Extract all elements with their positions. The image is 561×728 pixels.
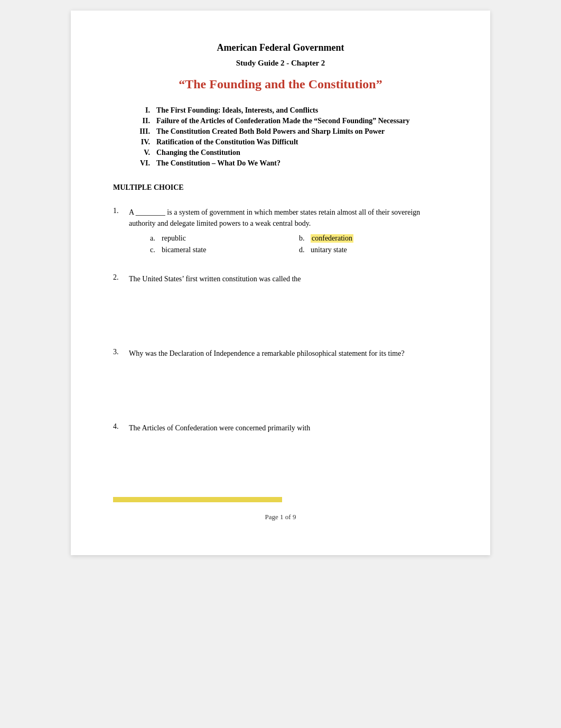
option-letter: d. bbox=[299, 246, 311, 254]
mc-option: b.confederation bbox=[299, 234, 448, 243]
toc-item: III.The Constitution Created Both Bold P… bbox=[129, 127, 448, 136]
page-title: American Federal Government bbox=[113, 42, 448, 53]
option-text: bicameral state bbox=[162, 246, 206, 254]
question-number: 2. bbox=[113, 273, 129, 282]
bottom-divider bbox=[113, 497, 282, 502]
question-number: 4. bbox=[113, 422, 129, 431]
toc-roman: III. bbox=[129, 127, 150, 136]
toc-item: IV.Ratification of the Constitution Was … bbox=[129, 138, 448, 146]
question-block: 4.The Articles of Confederation were con… bbox=[113, 422, 448, 481]
toc-roman: I. bbox=[129, 106, 150, 115]
questions-container: 1.A ________ is a system of government i… bbox=[113, 207, 448, 481]
toc-text: The Constitution – What Do We Want? bbox=[156, 159, 280, 168]
question-block: 1.A ________ is a system of government i… bbox=[113, 207, 448, 257]
question-body: A ________ is a system of government in … bbox=[129, 207, 448, 257]
toc-text: Ratification of the Constitution Was Dif… bbox=[156, 138, 298, 146]
chapter-title: “The Founding and the Constitution” bbox=[113, 77, 448, 91]
table-of-contents: I.The First Founding: Ideals, Interests,… bbox=[113, 106, 448, 168]
question-body: The United States’ first written constit… bbox=[129, 273, 448, 332]
question-block: 3.Why was the Declaration of Independenc… bbox=[113, 348, 448, 407]
answer-spacer bbox=[129, 364, 448, 407]
answer-spacer bbox=[129, 439, 448, 481]
toc-roman: VI. bbox=[129, 159, 150, 168]
question-text: The United States’ first written constit… bbox=[129, 273, 448, 284]
question-number: 1. bbox=[113, 207, 129, 215]
option-text: confederation bbox=[311, 234, 353, 243]
page-container: American Federal Government Study Guide … bbox=[71, 11, 490, 555]
study-guide-subtitle: Study Guide 2 - Chapter 2 bbox=[113, 59, 448, 68]
section-label: MULTIPLE CHOICE bbox=[113, 183, 448, 192]
toc-item: VI.The Constitution – What Do We Want? bbox=[129, 159, 448, 168]
toc-roman: V. bbox=[129, 149, 150, 157]
toc-item: V.Changing the Constitution bbox=[129, 149, 448, 157]
option-letter: a. bbox=[150, 234, 162, 243]
toc-roman: IV. bbox=[129, 138, 150, 146]
question-row: 1.A ________ is a system of government i… bbox=[113, 207, 448, 257]
mc-options: a.republicb.confederationc.bicameral sta… bbox=[129, 234, 448, 257]
option-text: republic bbox=[162, 234, 186, 243]
toc-text: Failure of the Articles of Confederation… bbox=[156, 117, 410, 125]
mc-option: c.bicameral state bbox=[150, 246, 299, 254]
toc-item: II.Failure of the Articles of Confederat… bbox=[129, 117, 448, 125]
question-row: 3.Why was the Declaration of Independenc… bbox=[113, 348, 448, 407]
question-block: 2.The United States’ first written const… bbox=[113, 273, 448, 332]
mc-option: a.republic bbox=[150, 234, 299, 243]
mc-option: d.unitary state bbox=[299, 246, 448, 254]
question-text: Why was the Declaration of Independence … bbox=[129, 348, 448, 359]
question-body: Why was the Declaration of Independence … bbox=[129, 348, 448, 407]
question-number: 3. bbox=[113, 348, 129, 356]
option-letter: b. bbox=[299, 234, 311, 243]
question-row: 4.The Articles of Confederation were con… bbox=[113, 422, 448, 481]
answer-spacer bbox=[129, 290, 448, 332]
page-footer: Page 1 of 9 bbox=[113, 513, 448, 521]
question-body: The Articles of Confederation were conce… bbox=[129, 422, 448, 481]
toc-item: I.The First Founding: Ideals, Interests,… bbox=[129, 106, 448, 115]
option-text: unitary state bbox=[311, 246, 347, 254]
toc-roman: II. bbox=[129, 117, 150, 125]
toc-text: The Constitution Created Both Bold Power… bbox=[156, 127, 385, 136]
question-text: A ________ is a system of government in … bbox=[129, 207, 448, 229]
option-letter: c. bbox=[150, 246, 162, 254]
question-row: 2.The United States’ first written const… bbox=[113, 273, 448, 332]
question-text: The Articles of Confederation were conce… bbox=[129, 422, 448, 434]
toc-text: Changing the Constitution bbox=[156, 149, 240, 157]
toc-text: The First Founding: Ideals, Interests, a… bbox=[156, 106, 318, 115]
